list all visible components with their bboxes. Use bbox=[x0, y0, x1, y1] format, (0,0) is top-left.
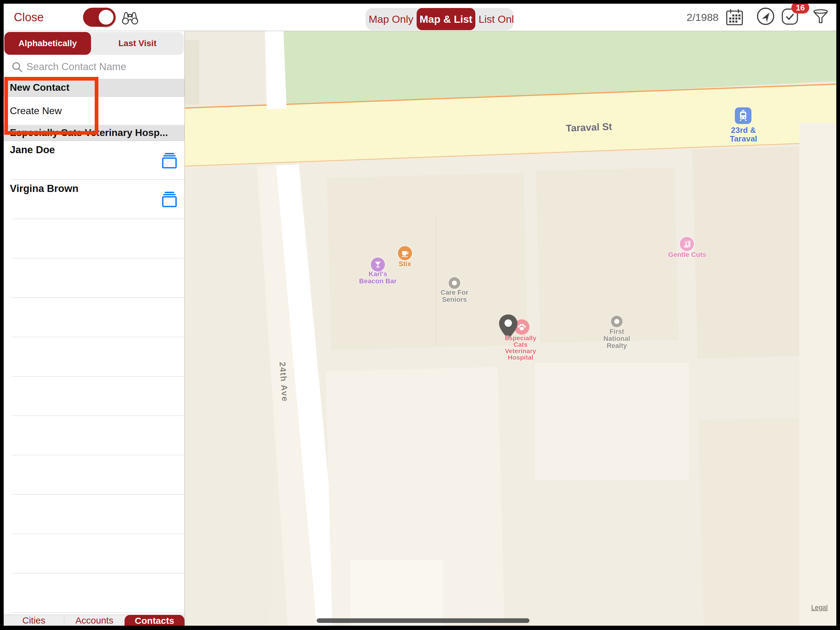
calendar-icon[interactable] bbox=[726, 9, 744, 27]
search-icon bbox=[11, 61, 24, 73]
list-item-contact[interactable]: Jane Doe bbox=[4, 141, 185, 180]
poi-label-line: Veterinary bbox=[505, 348, 537, 354]
poi-label-line: National bbox=[603, 335, 630, 342]
map-building-block bbox=[535, 363, 689, 480]
card-stack-icon[interactable] bbox=[161, 191, 178, 208]
empty-list-row bbox=[12, 455, 185, 495]
section-header-especially-cats: Especially Cats Veterinary Hosp... bbox=[4, 125, 185, 141]
street-label-taraval: Taraval St bbox=[565, 121, 612, 134]
poi-label-line: Seniors bbox=[441, 296, 468, 303]
tab-cities[interactable]: Cities bbox=[4, 615, 64, 626]
selected-pin-label: Especially Cats Veterinary Hospital bbox=[505, 335, 537, 361]
empty-list-row bbox=[12, 573, 185, 613]
poi-generic-icon[interactable] bbox=[611, 316, 623, 327]
poi-label: First National Realty bbox=[603, 328, 630, 349]
transit-label-line: Taraval bbox=[729, 135, 757, 143]
notification-badge: 16 bbox=[791, 4, 809, 14]
transit-stop-label: 23rd & Taraval bbox=[729, 126, 757, 143]
poi-salon-icon[interactable] bbox=[680, 237, 694, 251]
poi-label: Gentle Cuts bbox=[668, 251, 706, 258]
map-building-block bbox=[351, 560, 443, 626]
poi-label: Karl's Beacon Bar bbox=[359, 271, 396, 285]
poi-label-line: Hospital bbox=[505, 354, 537, 361]
close-button[interactable]: Close bbox=[14, 4, 44, 31]
poi-label-line: Care For bbox=[441, 289, 468, 296]
segment-map-only[interactable]: Map Only bbox=[366, 8, 417, 30]
poi-label-line: Karl's bbox=[359, 271, 396, 277]
empty-list-row bbox=[12, 258, 185, 298]
poi-label-line: Cats bbox=[505, 341, 537, 348]
search-input[interactable] bbox=[26, 57, 175, 76]
poi-label: Stix bbox=[399, 260, 411, 268]
section-header-new-contact: New Contact bbox=[4, 79, 185, 97]
empty-list-row bbox=[12, 298, 185, 337]
home-indicator-bar[interactable] bbox=[317, 618, 529, 623]
poi-bar-icon[interactable] bbox=[371, 258, 385, 272]
filter-funnel-icon[interactable] bbox=[812, 8, 829, 27]
poi-cafe-icon[interactable] bbox=[398, 246, 412, 260]
list-item-create-new[interactable]: Create New bbox=[4, 97, 185, 125]
poi-label: Care For Seniors bbox=[441, 289, 468, 303]
map-building-block bbox=[536, 167, 679, 343]
empty-list-row bbox=[12, 337, 185, 377]
sort-tabs: Last Visit Alphabetically bbox=[4, 32, 184, 55]
segment-list-only[interactable]: List Only bbox=[475, 8, 513, 30]
poi-label-line: Especially bbox=[505, 335, 537, 341]
bottom-tab-bar: Cities Accounts Contacts bbox=[4, 615, 185, 626]
tab-contacts[interactable]: Contacts bbox=[125, 615, 185, 626]
tab-last-visit[interactable]: Last Visit bbox=[91, 32, 184, 55]
list-item-contact[interactable]: Virgina Brown bbox=[4, 180, 185, 219]
empty-list-row bbox=[12, 534, 185, 573]
poi-label-line: First bbox=[603, 328, 630, 335]
tab-accounts[interactable]: Accounts bbox=[64, 615, 125, 626]
poi-label-line: Stix bbox=[399, 260, 411, 268]
location-arrow-icon[interactable] bbox=[756, 7, 775, 27]
contact-list-panel: Last Visit Alphabetically New Contact Cr… bbox=[4, 31, 185, 626]
empty-list-row bbox=[12, 219, 185, 258]
device-frame: Close Map Only Map & List List Only 2/19… bbox=[0, 0, 840, 630]
transit-stop-icon[interactable] bbox=[735, 108, 752, 124]
top-toolbar: Close Map Only Map & List List Only 2/19… bbox=[4, 4, 836, 31]
view-mode-segmented-control: Map Only Map & List List Only bbox=[366, 8, 513, 30]
legal-link[interactable]: Legal bbox=[811, 603, 828, 611]
poi-generic-icon[interactable] bbox=[448, 277, 460, 289]
app-screen: Close Map Only Map & List List Only 2/19… bbox=[4, 4, 836, 626]
map-building-block bbox=[185, 40, 199, 104]
poi-label-line: Realty bbox=[603, 342, 630, 349]
toggle-switch[interactable] bbox=[83, 8, 115, 27]
contact-name: Jane Doe bbox=[10, 144, 55, 156]
tab-alphabetically[interactable]: Alphabetically bbox=[4, 32, 91, 55]
segment-map-and-list[interactable]: Map & List bbox=[417, 8, 476, 30]
binoculars-icon[interactable] bbox=[121, 11, 139, 25]
map-building-block bbox=[799, 123, 836, 626]
empty-list-row bbox=[12, 416, 185, 455]
contact-name: Virgina Brown bbox=[10, 183, 78, 195]
poi-label-line: Gentle Cuts bbox=[668, 251, 706, 258]
empty-list-rows bbox=[4, 219, 185, 626]
transit-label-line: 23rd & bbox=[729, 126, 757, 135]
toggle-knob bbox=[96, 8, 115, 27]
map-parcel-line bbox=[436, 215, 436, 345]
empty-list-row bbox=[12, 377, 185, 416]
map-canvas[interactable]: Taraval St 24th Ave 23rd & Taraval bbox=[185, 31, 836, 626]
poi-label-line: Beacon Bar bbox=[359, 277, 396, 285]
card-stack-icon[interactable] bbox=[161, 152, 178, 169]
record-counter: 2/1988 bbox=[679, 4, 718, 31]
search-bar[interactable] bbox=[4, 55, 185, 79]
empty-list-row bbox=[12, 495, 185, 534]
